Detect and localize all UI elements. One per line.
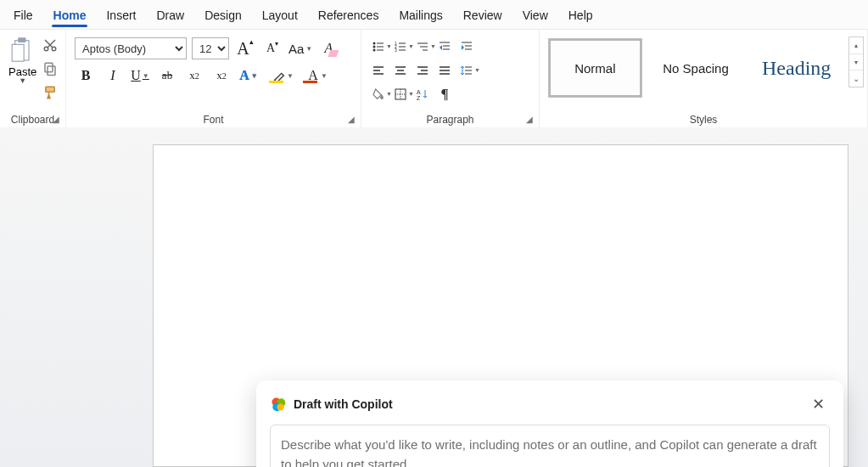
- shading-button[interactable]: ▼: [370, 86, 387, 103]
- copy-icon[interactable]: [42, 60, 59, 77]
- menu-mailings[interactable]: Mailings: [389, 3, 452, 25]
- style-heading[interactable]: Heading: [749, 38, 843, 98]
- menu-help[interactable]: Help: [558, 3, 603, 25]
- borders-button[interactable]: ▼: [392, 86, 409, 103]
- show-marks-button[interactable]: ¶: [436, 86, 453, 103]
- copilot-draft-dialog: Draft with Copilot ✕ Describe what you'd…: [256, 380, 843, 467]
- chevron-down-icon: ▼: [19, 76, 26, 85]
- align-center-button[interactable]: [392, 62, 409, 79]
- menu-home[interactable]: Home: [43, 3, 97, 25]
- clear-formatting-button[interactable]: A: [317, 37, 339, 59]
- group-label-font: Font: [66, 114, 361, 126]
- close-button[interactable]: ✕: [806, 392, 830, 416]
- styles-expand-icon[interactable]: ⌄: [849, 70, 863, 87]
- copilot-prompt-placeholder: Describe what you'd like to write, inclu…: [281, 436, 819, 467]
- svg-rect-6: [45, 63, 53, 72]
- menu-layout[interactable]: Layout: [252, 3, 308, 25]
- style-no-spacing[interactable]: No Spacing: [649, 38, 743, 98]
- menu-file[interactable]: File: [3, 3, 43, 25]
- shrink-font-button[interactable]: A▾: [261, 37, 283, 59]
- svg-rect-2: [12, 44, 24, 61]
- ribbon: Paste ▼ Clipboard ◢ Aptos (Body) 12 A▴: [0, 29, 868, 127]
- clipboard-dialog-launcher[interactable]: ◢: [50, 113, 62, 125]
- justify-button[interactable]: [436, 62, 453, 79]
- styles-scroll-down-icon[interactable]: ▾: [849, 54, 863, 71]
- svg-rect-1: [18, 37, 25, 42]
- increase-indent-button[interactable]: [458, 38, 475, 55]
- group-font: Aptos (Body) 12 A▴ A▾ Aa▼ A B I U▼ ab x2…: [66, 30, 361, 127]
- svg-text:3: 3: [395, 48, 397, 53]
- subscript-button[interactable]: x2: [183, 65, 205, 87]
- grow-font-button[interactable]: A▴: [234, 37, 256, 59]
- bullets-button[interactable]: ▼: [370, 38, 387, 55]
- close-icon: ✕: [812, 395, 825, 414]
- superscript-button[interactable]: x2: [210, 65, 232, 87]
- menu-draw[interactable]: Draw: [146, 3, 194, 25]
- sort-button[interactable]: AZ: [414, 86, 431, 103]
- align-right-button[interactable]: [414, 62, 431, 79]
- group-clipboard: Paste ▼ Clipboard ◢: [0, 30, 66, 127]
- svg-rect-5: [48, 66, 55, 76]
- paste-button[interactable]: Paste ▼: [8, 35, 36, 85]
- copilot-icon: [270, 396, 287, 413]
- italic-button[interactable]: I: [102, 65, 124, 87]
- change-case-button[interactable]: Aa▼: [288, 37, 312, 59]
- svg-marker-26: [440, 45, 442, 50]
- font-color-button[interactable]: A▼: [299, 65, 328, 87]
- font-dialog-launcher[interactable]: ◢: [345, 113, 357, 125]
- copilot-prompt-input[interactable]: Describe what you'd like to write, inclu…: [270, 425, 830, 467]
- svg-text:Z: Z: [417, 95, 421, 101]
- svg-rect-7: [46, 87, 55, 92]
- font-size-select[interactable]: 12: [192, 37, 229, 59]
- paste-icon: [11, 37, 35, 64]
- svg-point-10: [373, 49, 376, 52]
- svg-text:A: A: [417, 89, 421, 95]
- format-painter-icon[interactable]: [42, 84, 59, 101]
- align-left-button[interactable]: [370, 62, 387, 79]
- line-spacing-button[interactable]: ▼: [458, 62, 475, 79]
- multilevel-list-button[interactable]: ▼: [414, 38, 431, 55]
- menu-review[interactable]: Review: [453, 3, 512, 25]
- decrease-indent-button[interactable]: [436, 38, 453, 55]
- menu-view[interactable]: View: [512, 3, 558, 25]
- document-canvas: Draft with Copilot ✕ Describe what you'd…: [0, 127, 868, 467]
- svg-marker-30: [462, 45, 464, 50]
- highlight-button[interactable]: ▼: [265, 65, 294, 87]
- svg-point-54: [277, 403, 283, 410]
- menu-design[interactable]: Design: [194, 3, 252, 25]
- svg-point-9: [373, 46, 376, 48]
- bold-button[interactable]: B: [75, 65, 97, 87]
- paragraph-dialog-launcher[interactable]: ◢: [524, 113, 535, 125]
- numbering-button[interactable]: 123▼: [392, 38, 409, 55]
- font-family-select[interactable]: Aptos (Body): [75, 37, 187, 59]
- strikethrough-button[interactable]: ab: [156, 65, 178, 87]
- menu-references[interactable]: References: [308, 3, 389, 25]
- text-effects-button[interactable]: A▼: [238, 65, 260, 87]
- svg-point-8: [373, 42, 376, 45]
- copilot-dialog-title: Draft with Copilot: [294, 397, 393, 411]
- styles-scroll-up-icon[interactable]: ▴: [849, 37, 863, 54]
- group-styles: Normal No Spacing Heading ▴ ▾ ⌄ Styles: [540, 30, 868, 127]
- group-label-paragraph: Paragraph: [361, 114, 539, 126]
- style-normal[interactable]: Normal: [548, 38, 642, 98]
- menu-bar: File Home Insert Draw Design Layout Refe…: [0, 0, 868, 29]
- menu-insert[interactable]: Insert: [96, 3, 146, 25]
- underline-button[interactable]: U▼: [129, 65, 151, 87]
- group-label-styles: Styles: [540, 114, 867, 126]
- cut-icon[interactable]: [42, 37, 59, 53]
- styles-gallery-scroll[interactable]: ▴ ▾ ⌄: [848, 37, 864, 87]
- group-paragraph: ▼ 123▼ ▼ ▼ ▼ ▼ AZ ¶ Paragraph ◢: [361, 30, 540, 127]
